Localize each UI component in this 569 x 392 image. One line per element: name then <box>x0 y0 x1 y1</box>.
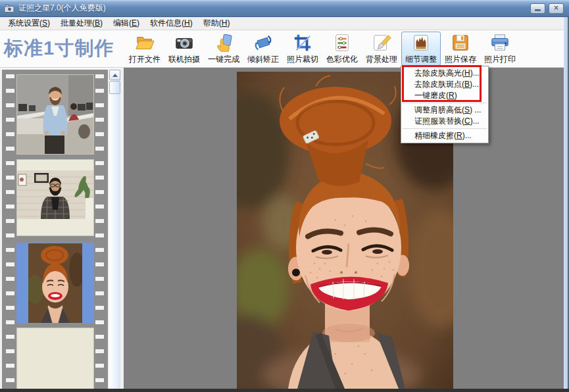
filmstrip-sidebar <box>0 68 124 389</box>
toolbar-button-color-optimize[interactable]: 色彩优化 <box>322 32 362 66</box>
chevron-up-icon <box>112 74 118 77</box>
menu-text: 帮助( <box>203 18 222 28</box>
printer-icon <box>490 33 510 53</box>
annotation-red-box <box>402 65 482 102</box>
toolbar-button-open-file[interactable]: 打开文件 <box>125 32 164 66</box>
color-sliders-icon <box>332 33 352 53</box>
menubar-item-system-settings[interactable]: 系统设置(S) <box>3 18 55 29</box>
tilt-correct-icon <box>253 33 273 53</box>
menu-text: 批量处理( <box>61 18 95 28</box>
menu-key: C <box>464 116 470 126</box>
selected-thumbnail-photo <box>28 243 82 324</box>
toolbar-button-one-click-finish[interactable]: 一键完成 <box>204 32 243 66</box>
menu-key: R <box>457 131 462 140</box>
close-button[interactable]: × <box>549 3 564 14</box>
toolbar: 标准1寸制作 打开文件 联机拍摄 一键完成 倾斜矫正 照片裁切 色彩优化 背景处… <box>0 30 569 68</box>
menu-text: ) ... <box>470 105 481 114</box>
toolbar-button-save-photo[interactable]: 照片保存 <box>441 32 480 66</box>
menu-text: )... <box>462 131 472 140</box>
thumbnail-empty <box>16 328 94 389</box>
toolbar-button-tilt-correct[interactable]: 倾斜矫正 <box>243 32 283 66</box>
menu-key: S <box>42 18 47 28</box>
toolbar-button-label: 照片裁切 <box>287 54 318 65</box>
menubar-item-batch-process[interactable]: 批量处理(B) <box>55 18 108 29</box>
app-window: 证照之星7.0(个人免费版) × 系统设置(S) 批量处理(B) 编辑(E) 软… <box>0 0 569 392</box>
window-right-border <box>564 17 569 392</box>
toolbar-button-label: 倾斜矫正 <box>247 54 279 65</box>
menubar-item-software-info[interactable]: 软件信息(H) <box>145 18 198 29</box>
menu-text: )... <box>470 116 480 126</box>
menu-key: H <box>184 18 190 28</box>
background-brush-icon <box>372 33 391 53</box>
menu-text: 编辑( <box>113 18 132 28</box>
toolbar-button-label: 色彩优化 <box>326 54 358 65</box>
menu-text: 系统设置( <box>8 18 42 28</box>
thumbnail-bearded-man[interactable] <box>16 159 94 236</box>
toolbar-button-background-process[interactable]: 背景处理 <box>362 32 401 66</box>
minimize-icon <box>535 9 541 11</box>
menubar: 系统设置(S) 批量处理(B) 编辑(E) 软件信息(H) 帮助(H) <box>0 17 569 30</box>
toolbar-button-detail-adjust[interactable]: 细节调整 <box>401 32 441 66</box>
thumbnail-office-man[interactable] <box>16 74 94 155</box>
app-camera-icon <box>4 3 14 14</box>
menu-separator <box>403 103 487 103</box>
menu-item-adjust-shoulder-height[interactable]: 调整肩膀高低(S) ... <box>401 105 488 116</box>
toolbar-button-tethered-shoot[interactable]: 联机拍摄 <box>164 32 204 66</box>
save-floppy-icon <box>451 33 470 53</box>
film-sprocket-holes <box>95 71 104 389</box>
toolbar-button-label: 联机拍摄 <box>168 54 200 65</box>
minimize-button[interactable] <box>530 3 545 14</box>
scrollbar-thumb[interactable] <box>109 81 120 94</box>
histogram-icon <box>411 33 431 53</box>
open-folder-icon <box>135 33 155 53</box>
toolbar-button-print-photo[interactable]: 照片打印 <box>480 32 520 66</box>
window-title: 证照之星7.0(个人免费版) <box>18 3 106 14</box>
menu-key: E <box>132 18 137 28</box>
camera-icon <box>174 33 194 53</box>
menu-separator <box>403 128 487 129</box>
titlebar: 证照之星7.0(个人免费版) × <box>0 0 569 17</box>
menu-item-replace-id-clothes[interactable]: 证照服装替换(C)... <box>401 116 488 127</box>
menu-item-fine-eraser[interactable]: 精细橡皮擦(R)... <box>401 130 488 141</box>
scroll-up-button[interactable] <box>109 70 120 80</box>
menu-text: ) <box>137 18 139 28</box>
menu-text: ) <box>100 18 103 28</box>
menu-text: ) <box>190 18 193 28</box>
film-sprocket-holes <box>6 71 14 389</box>
toolbar-button-crop[interactable]: 照片裁切 <box>283 32 322 66</box>
one-click-hand-icon <box>214 33 234 53</box>
toolbar-button-label: 照片打印 <box>484 54 516 65</box>
window-bottom-edge <box>0 389 569 392</box>
filmstrip <box>2 70 108 389</box>
menu-text: ) <box>47 18 50 28</box>
thumbnail-redhead-woman-selected[interactable] <box>16 243 94 324</box>
toolbar-button-label: 打开文件 <box>129 54 161 65</box>
menu-text: 调整肩膀高低( <box>414 105 464 114</box>
menubar-item-edit[interactable]: 编辑(E) <box>108 18 145 29</box>
menu-key: B <box>95 18 100 28</box>
crop-icon <box>293 33 312 53</box>
menu-key: S <box>464 105 470 114</box>
menu-text: 精细橡皮擦( <box>414 131 457 140</box>
menu-text: 证照服装替换( <box>414 116 464 126</box>
page-title: 标准1寸制作 <box>0 30 125 66</box>
menu-text: 软件信息( <box>150 18 184 28</box>
filmstrip-scrollbar[interactable] <box>109 70 120 389</box>
toolbar-button-label: 一键完成 <box>208 54 239 65</box>
menubar-item-help[interactable]: 帮助(H) <box>198 18 235 29</box>
toolbar-button-label: 细节调整 <box>405 54 437 65</box>
toolbar-button-label: 背景处理 <box>366 54 397 65</box>
photo-canvas <box>124 68 564 389</box>
window-controls: × <box>530 3 565 14</box>
close-icon: × <box>554 4 558 12</box>
toolbar-button-label: 照片保存 <box>445 54 476 65</box>
menu-text: ) <box>227 18 230 28</box>
